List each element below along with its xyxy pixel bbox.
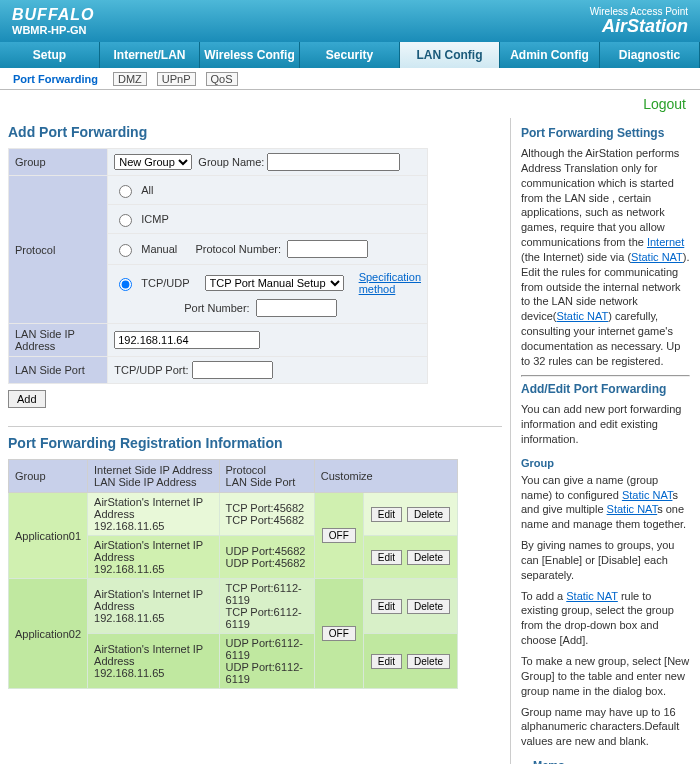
- delete-button-2a[interactable]: Delete: [407, 599, 450, 614]
- help-memo-title: Memo: [533, 759, 690, 764]
- help-link-internet[interactable]: Internet: [647, 236, 684, 248]
- radio-tcpudp[interactable]: [119, 278, 132, 291]
- nav-lan-config[interactable]: LAN Config: [400, 42, 500, 68]
- reg-proto-1b: UDP Port:45682UDP Port:45682: [219, 536, 314, 579]
- edit-button-1b[interactable]: Edit: [371, 550, 402, 565]
- nav-security[interactable]: Security: [300, 42, 400, 68]
- delete-button-2b[interactable]: Delete: [407, 654, 450, 669]
- nav-admin-config[interactable]: Admin Config: [500, 42, 600, 68]
- nav-setup[interactable]: Setup: [0, 42, 100, 68]
- subnav-port-forwarding[interactable]: Port Forwarding: [8, 72, 103, 86]
- help-link-staticnat-3[interactable]: Static NAT: [622, 489, 673, 501]
- port-number-input[interactable]: [256, 299, 337, 317]
- nav-internet-lan[interactable]: Internet/LAN: [100, 42, 200, 68]
- tcp-setup-select[interactable]: TCP Port Manual Setup: [205, 275, 344, 291]
- reg-addr-1b: AirStation's Internet IP Address192.168.…: [88, 536, 219, 579]
- tcpudp-port-input[interactable]: [192, 361, 273, 379]
- group-name-label: Group Name:: [198, 156, 264, 168]
- radio-all[interactable]: [119, 185, 132, 198]
- help-link-staticnat-4[interactable]: Static NAT: [607, 503, 658, 515]
- nav-diagnostic[interactable]: Diagnostic: [600, 42, 700, 68]
- lan-port-label: LAN Side Port: [9, 357, 108, 384]
- model-name: WBMR-HP-GN: [12, 24, 95, 36]
- tcpudp-port-label: TCP/UDP Port:: [114, 364, 188, 376]
- main-nav: Setup Internet/LAN Wireless Config Secur…: [0, 42, 700, 68]
- help-addedit-text: You can add new port forwarding informat…: [521, 402, 690, 447]
- spec-method-link[interactable]: Specification method: [359, 271, 421, 295]
- tagline: Wireless Access Point: [590, 6, 688, 17]
- radio-icmp[interactable]: [119, 214, 132, 227]
- reg-addr-2b: AirStation's Internet IP Address192.168.…: [88, 634, 219, 689]
- help-link-staticnat-1[interactable]: Static NAT: [631, 251, 683, 263]
- help-panel: Port Forwarding Settings Although the Ai…: [510, 118, 700, 764]
- col-group: Group: [9, 460, 88, 493]
- registration-table: Group Internet Side IP Address LAN Side …: [8, 459, 458, 689]
- col-protocol: Protocol LAN Side Port: [219, 460, 314, 493]
- subnav-dmz[interactable]: DMZ: [113, 72, 147, 86]
- subnav-upnp[interactable]: UPnP: [157, 72, 196, 86]
- group-select[interactable]: New Group: [114, 154, 192, 170]
- header-bar: BUFFALO WBMR-HP-GN Wireless Access Point…: [0, 0, 700, 42]
- registration-info-title: Port Forwarding Registration Information: [8, 435, 502, 451]
- delete-button-1b[interactable]: Delete: [407, 550, 450, 565]
- add-port-forwarding-title: Add Port Forwarding: [8, 124, 502, 140]
- reg-proto-2a: TCP Port:6112-6119TCP Port:6112-6119: [219, 579, 314, 634]
- col-customize: Customize: [314, 460, 457, 493]
- protocol-label: Protocol: [9, 176, 108, 324]
- port-number-label: Port Number:: [184, 302, 249, 314]
- delete-button-1a[interactable]: Delete: [407, 507, 450, 522]
- product-name: AirStation: [590, 17, 688, 37]
- lan-ip-input[interactable]: [114, 331, 260, 349]
- logout-link[interactable]: Logout: [643, 96, 686, 112]
- help-link-staticnat-5[interactable]: Static NAT: [566, 590, 618, 602]
- help-group-title: Group: [521, 457, 690, 469]
- group-label: Group: [9, 149, 108, 176]
- reg-proto-2b: UDP Port:6112-6119UDP Port:6112-6119: [219, 634, 314, 689]
- group-name-input[interactable]: [267, 153, 400, 171]
- help-intro: Although the AirStation performs Address…: [521, 146, 690, 369]
- edit-button-2a[interactable]: Edit: [371, 599, 402, 614]
- reg-addr-1a: AirStation's Internet IP Address192.168.…: [88, 493, 219, 536]
- help-link-staticnat-2[interactable]: Static NAT: [556, 310, 608, 322]
- help-addedit-title: Add/Edit Port Forwarding: [521, 382, 690, 396]
- sub-nav: Port Forwarding DMZ UPnP QoS: [0, 68, 700, 90]
- brand-logo: BUFFALO: [12, 6, 95, 24]
- off-button-2[interactable]: OFF: [322, 626, 356, 641]
- edit-button-2b[interactable]: Edit: [371, 654, 402, 669]
- subnav-qos[interactable]: QoS: [206, 72, 238, 86]
- edit-button-1a[interactable]: Edit: [371, 507, 402, 522]
- reg-proto-1a: TCP Port:45682TCP Port:45682: [219, 493, 314, 536]
- lan-ip-label: LAN Side IP Address: [9, 324, 108, 357]
- col-address: Internet Side IP Address LAN Side IP Add…: [88, 460, 219, 493]
- help-title: Port Forwarding Settings: [521, 126, 690, 140]
- reg-group-2: Application02: [9, 579, 88, 689]
- off-button-1[interactable]: OFF: [322, 528, 356, 543]
- radio-manual[interactable]: [119, 244, 132, 257]
- reg-addr-2a: AirStation's Internet IP Address192.168.…: [88, 579, 219, 634]
- nav-wireless-config[interactable]: Wireless Config: [200, 42, 300, 68]
- reg-group-1: Application01: [9, 493, 88, 579]
- add-button[interactable]: Add: [8, 390, 46, 408]
- add-form-table: Group New Group Group Name: Protocol All…: [8, 148, 428, 384]
- protocol-number-label: Protocol Number:: [195, 243, 281, 255]
- protocol-number-input[interactable]: [287, 240, 368, 258]
